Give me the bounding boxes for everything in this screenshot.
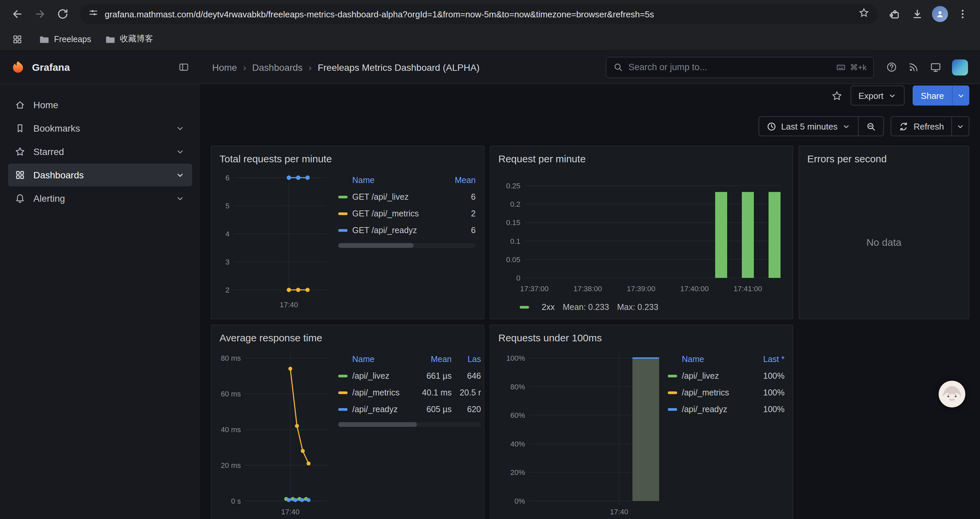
- apps-grid-icon[interactable]: [10, 31, 25, 47]
- news-rss-icon[interactable]: [908, 61, 919, 73]
- timepicker-group: Last 5 minutes: [759, 116, 884, 136]
- legend-col-name[interactable]: Name: [668, 355, 749, 364]
- grafana-header: Grafana Home › Dashboards › Freeleaps Me…: [0, 51, 980, 84]
- sidebar-item-home[interactable]: Home: [8, 94, 192, 116]
- panel-title[interactable]: Average response time: [212, 325, 484, 345]
- svg-text:40 ms: 40 ms: [221, 425, 241, 434]
- url-bar[interactable]: grafana.mathmast.com/d/deytv4rwavabkb/fr…: [80, 4, 877, 24]
- svg-text:40%: 40%: [510, 440, 525, 448]
- series-swatch: [338, 195, 348, 198]
- zoom-out-button[interactable]: [858, 116, 884, 136]
- site-settings-icon[interactable]: [88, 7, 99, 21]
- requests-under-100ms-chart[interactable]: 100%80%60%40%20%0%17:40: [496, 345, 662, 517]
- series-last: 620: [452, 404, 481, 414]
- url-text[interactable]: grafana.mathmast.com/d/deytv4rwavabkb/fr…: [105, 9, 853, 19]
- legend-row[interactable]: /api/_metrics 40.1 ms 20.5 r: [338, 384, 481, 401]
- chevron-down-icon[interactable]: [175, 123, 185, 134]
- svg-text:20 ms: 20 ms: [221, 461, 241, 469]
- svg-text:60%: 60%: [510, 411, 525, 420]
- legend-col-last[interactable]: Last *: [749, 355, 784, 364]
- legend-row[interactable]: /api/_livez 661 µs 646: [338, 367, 481, 384]
- legend-row[interactable]: /api/_livez 100%: [668, 367, 784, 384]
- chevron-down-icon[interactable]: [175, 146, 185, 157]
- svg-text:0.05: 0.05: [506, 256, 520, 264]
- help-icon[interactable]: [886, 61, 897, 73]
- scrollbar-thumb[interactable]: [338, 243, 414, 248]
- bookmark-folder-blogs[interactable]: 收藏博客: [104, 34, 153, 45]
- chevron-down-icon[interactable]: [175, 193, 185, 204]
- bookmark-folder-freeleaps[interactable]: Freeleaps: [39, 34, 91, 45]
- sidebar-item-bookmarks[interactable]: Bookmarks: [8, 117, 192, 140]
- favorite-star-icon[interactable]: [831, 90, 842, 101]
- series-name: GET /api/_readyz: [352, 225, 440, 235]
- legend-col-mean[interactable]: Mean: [440, 176, 476, 185]
- extensions-icon[interactable]: [884, 3, 905, 25]
- legend-row[interactable]: GET /api/_readyz 6: [338, 222, 476, 238]
- legend-series-name[interactable]: 2xx: [542, 303, 555, 312]
- legend-col-name[interactable]: Name: [338, 355, 415, 364]
- panel-title[interactable]: Requests under 100ms: [490, 325, 792, 345]
- series-swatch: [520, 306, 529, 308]
- bookmark-star-icon[interactable]: [859, 7, 869, 21]
- legend-row[interactable]: /api/_readyz 100%: [668, 401, 784, 417]
- chart-legend: 2xx Mean: 0.233 Max: 0.233: [496, 299, 784, 312]
- share-button[interactable]: Share: [913, 86, 952, 105]
- svg-text:17:40: 17:40: [610, 508, 628, 516]
- breadcrumb-dashboards[interactable]: Dashboards: [252, 62, 302, 72]
- panel-title[interactable]: Total requests per minute: [212, 146, 484, 166]
- panel-row-2: Average response time 80 ms60 ms40 ms20 …: [211, 325, 969, 519]
- bookmark-icon: [15, 123, 25, 134]
- legend-row[interactable]: /api/_metrics 100%: [668, 384, 784, 401]
- legend-row[interactable]: GET /api/_livez 6: [338, 188, 476, 205]
- legend-col-last[interactable]: Las: [452, 355, 481, 364]
- reload-button[interactable]: [52, 3, 73, 25]
- avatar-face: [939, 381, 965, 407]
- export-button[interactable]: Export: [850, 86, 905, 105]
- refresh-button[interactable]: Refresh: [891, 116, 952, 136]
- browser-profile-avatar[interactable]: [929, 3, 951, 25]
- panel-average-response-time: Average response time 80 ms60 ms40 ms20 …: [211, 325, 484, 519]
- display-monitor-icon[interactable]: [930, 61, 941, 73]
- scrollbar-thumb[interactable]: [338, 422, 417, 427]
- series-swatch: [338, 408, 348, 410]
- series-mean: 6: [440, 225, 476, 235]
- refresh-interval-dropdown[interactable]: [951, 116, 969, 136]
- sidebar-item-alerting[interactable]: Alerting: [8, 187, 192, 210]
- browser-toolbar: grafana.mathmast.com/d/deytv4rwavabkb/fr…: [0, 0, 980, 28]
- legend-row[interactable]: GET /api/_metrics 2: [338, 205, 476, 222]
- forward-button[interactable]: [29, 3, 51, 25]
- sidebar-item-starred[interactable]: Starred: [8, 140, 192, 163]
- legend-scrollbar[interactable]: [338, 243, 476, 248]
- legend-col-mean[interactable]: Mean: [415, 355, 452, 364]
- panel-title[interactable]: Request per minute: [490, 146, 792, 166]
- sidebar-item-dashboards[interactable]: Dashboards: [8, 164, 192, 186]
- bookmarks-bar: Freeleaps 收藏博客: [0, 28, 980, 51]
- panel-title[interactable]: Errors per second: [799, 146, 969, 166]
- svg-text:80%: 80%: [510, 383, 525, 391]
- refresh-group: Refresh: [891, 116, 969, 136]
- chevron-down-icon[interactable]: [175, 170, 185, 180]
- browser-menu-kebab-icon[interactable]: [952, 3, 973, 25]
- search-input[interactable]: Search or jump to... ⌘+k: [606, 56, 874, 78]
- floating-avatar[interactable]: [939, 381, 965, 407]
- request-per-minute-chart[interactable]: 0.250.20.150.10.05017:37:0017:38:0017:39…: [496, 166, 783, 299]
- back-button[interactable]: [7, 3, 28, 25]
- svg-text:5: 5: [226, 202, 229, 210]
- dock-menu-icon[interactable]: [178, 61, 189, 73]
- downloads-icon[interactable]: [907, 3, 928, 25]
- average-response-time-chart[interactable]: 80 ms60 ms40 ms20 ms0 s17:40: [217, 345, 329, 517]
- series-mean: 6: [440, 192, 476, 201]
- share-dropdown-icon[interactable]: [952, 86, 969, 105]
- svg-text:0: 0: [516, 274, 520, 282]
- grafana-user-avatar[interactable]: [952, 59, 968, 75]
- legend-row[interactable]: /api/_readyz 605 µs 620: [338, 401, 481, 417]
- bookmark-label: Freeleaps: [54, 34, 91, 44]
- legend-col-name[interactable]: Name: [338, 176, 440, 185]
- series-name: /api/_metrics: [682, 388, 749, 397]
- grafana-logo[interactable]: [11, 60, 25, 75]
- total-requests-chart[interactable]: 6543217:40: [217, 166, 329, 319]
- time-range-picker[interactable]: Last 5 minutes: [759, 116, 859, 136]
- legend-scrollbar[interactable]: [338, 422, 481, 427]
- svg-text:0 s: 0 s: [231, 497, 241, 505]
- breadcrumb-home[interactable]: Home: [212, 62, 237, 72]
